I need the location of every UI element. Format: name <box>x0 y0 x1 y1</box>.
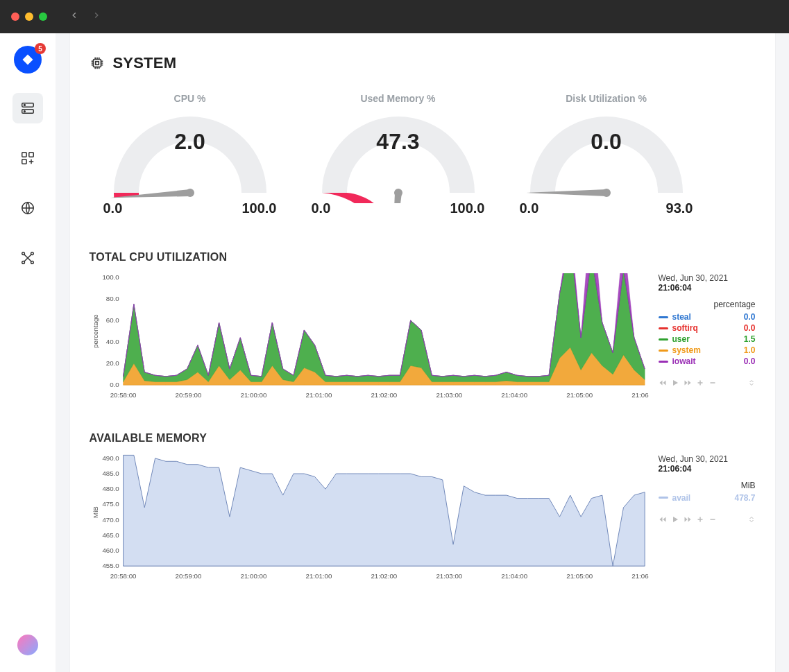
chart-legend-cpu: Wed, Jun 30, 2021 21:06:04 percentage st… <box>659 273 756 402</box>
app-logo[interactable]: 5 <box>14 46 42 74</box>
legend-name: steal <box>672 312 740 322</box>
svg-text:21:04:00: 21:04:00 <box>501 571 527 579</box>
notification-badge[interactable]: 5 <box>35 43 46 54</box>
svg-text:21:02:00: 21:02:00 <box>371 571 397 579</box>
legend-item-user[interactable]: user 1.5 <box>659 334 756 344</box>
svg-text:21:06:00: 21:06:00 <box>631 571 649 579</box>
rewind-icon[interactable] <box>659 515 667 526</box>
sidebar-item-network[interactable] <box>12 193 43 223</box>
svg-rect-12 <box>93 60 101 67</box>
legend-swatch <box>659 361 668 363</box>
legend-name: iowait <box>672 356 740 366</box>
svg-text:40.0: 40.0 <box>105 338 119 345</box>
gauge-1: Used Memory % 47.3 0.0100.0 <box>298 93 499 216</box>
svg-text:20:59:00: 20:59:00 <box>175 391 201 399</box>
legend-swatch <box>659 316 668 318</box>
forward-icon[interactable] <box>684 379 692 389</box>
svg-text:percentage: percentage <box>91 314 99 348</box>
legend-unit: percentage <box>659 300 756 309</box>
zoom-out-icon[interactable] <box>709 515 717 526</box>
sidebar-item-dashboards[interactable] <box>12 143 43 173</box>
legend-value: 1.0 <box>744 345 756 355</box>
legend-item-softirq[interactable]: softirq 0.0 <box>659 323 756 333</box>
section-header: SYSTEM <box>90 54 756 72</box>
chart-title-cpu: TOTAL CPU UTILIZATION <box>90 251 756 264</box>
svg-text:485.0: 485.0 <box>102 469 119 476</box>
legend-time: 21:06:04 <box>659 464 756 474</box>
legend-item-system[interactable]: system 1.0 <box>659 345 756 355</box>
sort-icon[interactable] <box>747 515 756 526</box>
svg-point-9 <box>31 252 34 255</box>
gauges-row: CPU % 2.0 0.0100.0Used Memory % 47.3 0.0… <box>90 93 756 216</box>
zoom-in-icon[interactable] <box>696 515 704 526</box>
legend-name: system <box>672 345 740 355</box>
legend-name: avail <box>672 493 731 503</box>
nodes-icon <box>20 250 35 266</box>
zoom-in-icon[interactable] <box>696 379 704 389</box>
svg-point-2 <box>24 105 26 106</box>
svg-point-15 <box>186 189 194 197</box>
window-minimize-button[interactable] <box>25 12 33 21</box>
gauge-value: 2.0 <box>90 129 291 155</box>
gauge-value: 0.0 <box>506 129 707 155</box>
legend-name: user <box>672 334 740 344</box>
gauge-max: 100.0 <box>241 200 276 216</box>
gauge-title: CPU % <box>90 93 291 104</box>
svg-point-10 <box>22 261 25 264</box>
legend-swatch <box>659 497 668 499</box>
sort-icon[interactable] <box>747 379 756 389</box>
gauge-title: Disk Utilization % <box>506 93 707 104</box>
cpu-icon <box>90 55 105 71</box>
nav-back-button[interactable] <box>69 10 79 23</box>
svg-text:21:05:00: 21:05:00 <box>566 391 593 399</box>
svg-text:20.0: 20.0 <box>105 359 119 367</box>
svg-text:21:02:00: 21:02:00 <box>371 391 397 399</box>
chart-legend-mem: Wed, Jun 30, 2021 21:06:04 MiB avail 478… <box>659 454 756 583</box>
chart-title-mem: AVAILABLE MEMORY <box>90 432 756 445</box>
gauge-title: Used Memory % <box>298 93 499 104</box>
play-icon[interactable] <box>671 379 679 389</box>
window-titlebar <box>0 0 789 33</box>
window-close-button[interactable] <box>11 12 19 21</box>
user-avatar[interactable] <box>17 635 38 655</box>
legend-value: 0.0 <box>744 312 756 322</box>
forward-icon[interactable] <box>684 515 692 526</box>
svg-text:21:01:00: 21:01:00 <box>305 571 332 579</box>
sidebar: 5 <box>0 33 56 672</box>
svg-text:21:03:00: 21:03:00 <box>436 571 462 579</box>
zoom-out-icon[interactable] <box>709 379 717 389</box>
window-maximize-button[interactable] <box>39 12 47 21</box>
svg-text:80.0: 80.0 <box>105 295 119 302</box>
chart-cpu[interactable]: 0.020.040.060.080.0100.0percentage20:58:… <box>90 273 649 402</box>
globe-icon <box>20 200 35 216</box>
legend-item-avail[interactable]: avail 478.7 <box>659 493 756 503</box>
gauge-2: Disk Utilization % 0.0 0.093.0 <box>506 93 707 216</box>
server-icon <box>20 101 35 116</box>
legend-swatch <box>659 350 668 352</box>
legend-time: 21:06:04 <box>659 283 756 293</box>
svg-text:21:04:00: 21:04:00 <box>501 391 527 399</box>
legend-item-iowait[interactable]: iowait 0.0 <box>659 356 756 366</box>
gauge-0: CPU % 2.0 0.0100.0 <box>90 93 291 216</box>
sidebar-item-nodes[interactable] <box>12 243 43 273</box>
svg-text:21:01:00: 21:01:00 <box>305 391 332 399</box>
sidebar-item-system[interactable] <box>12 93 43 123</box>
chart-mem[interactable]: 455.0460.0465.0470.0475.0480.0485.0490.0… <box>90 454 649 583</box>
nav-forward-button[interactable] <box>92 10 101 23</box>
svg-text:465.0: 465.0 <box>102 531 119 538</box>
legend-item-steal[interactable]: steal 0.0 <box>659 312 756 322</box>
gauge-max: 100.0 <box>450 200 484 216</box>
chart-controls-cpu <box>659 379 756 389</box>
legend-name: softirq <box>672 323 740 333</box>
svg-point-8 <box>22 252 25 255</box>
svg-text:490.0: 490.0 <box>102 454 119 462</box>
rewind-icon[interactable] <box>659 379 667 389</box>
legend-value: 0.0 <box>744 323 756 333</box>
play-icon[interactable] <box>671 515 679 526</box>
svg-text:20:58:00: 20:58:00 <box>110 571 136 579</box>
svg-text:475.0: 475.0 <box>102 500 119 508</box>
svg-point-19 <box>602 189 611 197</box>
legend-swatch <box>659 327 668 329</box>
gauge-min: 0.0 <box>312 200 331 216</box>
svg-text:21:03:00: 21:03:00 <box>436 391 462 399</box>
